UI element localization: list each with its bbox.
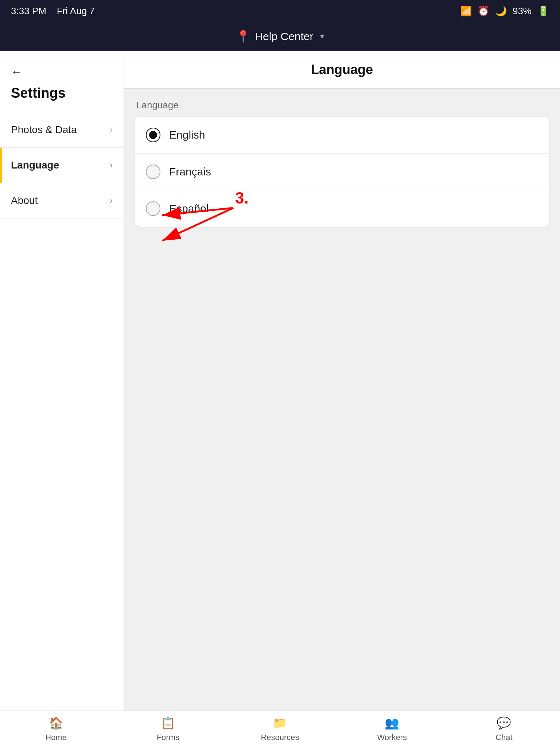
battery-label: 93% [513,5,532,17]
battery-icon: 🔋 [537,5,549,17]
date-label: Fri Aug 7 [57,5,95,16]
main-layout: ← Settings Photos & Data › Language › Ab… [0,51,560,711]
tab-resources[interactable]: 📁 Resources [224,712,336,746]
home-icon: 🏠 [49,716,63,730]
header-title: Help Center [255,30,313,43]
status-bar: 3:33 PM Fri Aug 7 📶 ⏰ 🌙 93% 🔋 [0,0,560,22]
content-header: Language [124,51,560,89]
tab-home[interactable]: 🏠 Home [0,712,112,746]
language-label-english: English [169,129,205,141]
home-label: Home [45,733,67,742]
dropdown-icon[interactable]: ▾ [320,32,324,41]
chat-label: Chat [495,733,512,742]
time-label: 3:33 PM [11,5,46,16]
settings-title: Settings [0,82,124,112]
moon-icon: 🌙 [495,5,507,17]
radio-francais[interactable] [146,165,160,179]
radio-inner [149,131,157,139]
forms-icon: 📋 [161,716,175,730]
radio-english[interactable] [146,128,160,142]
sidebar-item-photos-data[interactable]: Photos & Data › [0,112,124,147]
tab-chat[interactable]: 💬 Chat [448,712,560,746]
sidebar-item-language[interactable]: Language › [0,147,124,183]
language-option-espanol[interactable]: Español [135,190,549,227]
sidebar-item-about[interactable]: About › [0,183,124,218]
sidebar: ← Settings Photos & Data › Language › Ab… [0,51,124,711]
chevron-right-icon: › [110,160,113,170]
chevron-right-icon: › [110,196,113,206]
bottom-nav: 🏠 Home 📋 Forms 📁 Resources 👥 Workers 💬 C… [0,711,560,747]
language-option-francais[interactable]: Français [135,153,549,190]
app-header: 📍 Help Center ▾ [0,22,560,51]
workers-label: Workers [377,733,407,742]
language-label-espanol: Español [169,202,209,215]
back-arrow-icon: ← [11,66,22,78]
status-time: 3:33 PM Fri Aug 7 [11,5,95,17]
status-right: 📶 ⏰ 🌙 93% 🔋 [460,5,549,17]
radio-espanol[interactable] [146,201,160,216]
language-option-english[interactable]: English [135,117,549,153]
resources-icon: 📁 [273,716,287,730]
content-area: Language Language English Français [124,51,560,711]
language-card: English Français Español [135,117,549,227]
tab-forms[interactable]: 📋 Forms [112,712,224,746]
wifi-icon: 📶 [460,5,472,17]
section-label: Language [135,100,549,111]
chat-icon: 💬 [497,716,511,730]
language-label-francais: Français [169,166,211,178]
content-body: Language English Français Espa [124,89,560,238]
forms-label: Forms [157,733,179,742]
content-title: Language [311,62,373,77]
back-button[interactable]: ← [0,58,124,82]
settings-nav: Photos & Data › Language › About › [0,112,124,218]
tab-workers[interactable]: 👥 Workers [336,712,448,746]
chevron-right-icon: › [110,125,113,135]
alarm-icon: ⏰ [478,5,489,17]
resources-label: Resources [261,733,299,742]
location-pin-icon: 📍 [236,30,250,43]
workers-icon: 👥 [385,716,399,730]
